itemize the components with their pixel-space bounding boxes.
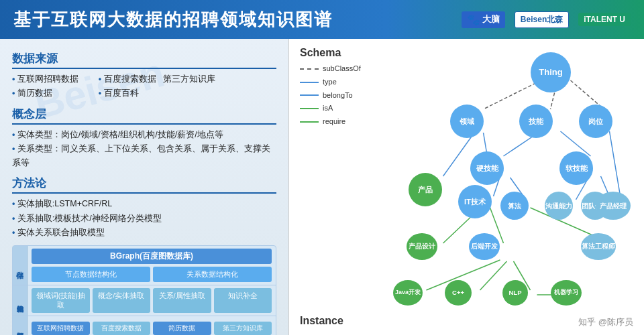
storage-label: 存储	[13, 246, 28, 285]
right-panel: Schema Instance subClassOf type belongTo	[288, 39, 644, 335]
legend: subClassOf type belongTo isA require	[300, 62, 361, 129]
data-source-item-4: 百度百科	[99, 86, 215, 100]
data-source-col2: 百度搜索数据 第三方知识库 百度百科	[99, 72, 215, 101]
data-source-item-1: 互联网招聘数据	[12, 72, 78, 86]
method-item-3: 实体关系联合抽取模型	[12, 226, 276, 240]
header-title: 基于互联网大数据的招聘领域知识图谱	[13, 8, 462, 31]
section-data-source-title: 数据来源	[12, 51, 276, 69]
node-product-design: 产品设计	[407, 233, 437, 260]
data-source-item-2: 百度搜索数据 第三方知识库	[99, 72, 215, 86]
node-skill: 技能	[519, 105, 553, 138]
node-hard-skill: 硬技能	[470, 151, 504, 185]
k-concept: 概念/实体抽取	[93, 288, 151, 313]
instance-label: Instance	[300, 315, 343, 327]
baidu-paw-icon: 🐾	[467, 13, 480, 26]
legend-require-line	[300, 121, 319, 123]
node-soft-skill: 软技能	[559, 151, 593, 185]
node-product-mgr: 产品经理	[596, 192, 631, 220]
ds-box-3: 简历数据	[153, 322, 211, 335]
node-thing: Thing	[531, 52, 571, 92]
svg-line-16	[480, 261, 507, 290]
slide: 基于互联网大数据的招聘领域知识图谱 🐾 大脑 Beisen北森 iTALENT …	[0, 0, 644, 335]
k-relations: 关系数据结构化	[153, 267, 272, 282]
schema-label: Schema	[300, 47, 341, 59]
bgraph-bar: BGraph(百度图数据库)	[32, 249, 272, 264]
data-source-row: 数据源 互联网招聘数据 百度搜索数据 简历数据 第三方知识库	[13, 316, 276, 335]
legend-type-line	[300, 82, 319, 83]
node-java: Java开发	[393, 280, 423, 306]
method-list: 实体抽取:LSTM+CRF/RL 关系抽取:模板技术/神经网络分类模型 实体关系…	[12, 197, 276, 240]
header-logos: 🐾 大脑 Beisen北森 iTALENT U	[462, 11, 631, 28]
node-comm-ability: 沟通能力	[545, 192, 573, 220]
knowledge-struct-boxes: 领域词(技能)抽取 概念/实体抽取 关系/属性抽取 知识补全	[32, 288, 272, 313]
node-cpp: C++	[445, 280, 472, 306]
storage-bgraph-row: 存储 BGraph(百度图数据库) 节点数据结构化 关系数据结构化	[13, 246, 276, 285]
logo-beisen: Beisen北森	[515, 11, 569, 28]
knowledge-struct-label: 知识结构化	[13, 285, 28, 316]
ds-box-4: 第三方知识库	[214, 322, 272, 335]
left-panel: Beisen 数据来源 互联网招聘数据 简历数据 百度搜索数据 第三方知识库 百…	[0, 39, 288, 335]
ds-box-1: 互联网招聘数据	[32, 322, 90, 335]
section-concept-title: 概念层	[12, 107, 276, 125]
zhihu-watermark: 知乎 @陈序员	[578, 316, 633, 328]
main-content: Beisen 数据来源 互联网招聘数据 简历数据 百度搜索数据 第三方知识库 百…	[0, 39, 644, 335]
concept-list: 实体类型：岗位/领域/资格/组织机构/技能/薪资/地点等 关系类型：同义关系、上…	[12, 128, 276, 171]
knowledge-struct-content: 领域词(技能)抽取 概念/实体抽取 关系/属性抽取 知识补全	[28, 285, 276, 316]
k-nodes: 节点数据结构化	[32, 267, 150, 282]
legend-isa-label: isA	[323, 102, 333, 115]
legend-belongto: belongTo	[300, 89, 361, 103]
data-source-boxes: 互联网招聘数据 百度搜索数据 简历数据 第三方知识库	[32, 322, 272, 335]
legend-subclassof: subClassOf	[300, 62, 361, 76]
concept-entities: 实体类型：岗位/领域/资格/组织机构/技能/薪资/地点等	[12, 128, 276, 142]
node-product: 产品	[409, 173, 442, 206]
legend-isa: isA	[300, 102, 361, 115]
node-nlp: NLP	[502, 280, 528, 306]
ds-box-2: 百度搜索数据	[93, 322, 151, 335]
storage-content: BGraph(百度图数据库) 节点数据结构化 关系数据结构化	[28, 246, 276, 285]
node-backend-dev: 后端开发	[469, 233, 500, 260]
data-source-content: 互联网招聘数据 百度搜索数据 简历数据 第三方知识库	[28, 316, 276, 335]
data-source-list: 互联网招聘数据 简历数据 百度搜索数据 第三方知识库 百度百科	[12, 72, 276, 101]
data-source-item-3: 简历数据	[12, 86, 78, 100]
k-rel: 关系/属性抽取	[153, 288, 211, 313]
legend-belongto-line	[300, 94, 319, 96]
node-algorithm: 算法	[500, 192, 529, 220]
node-it-tech: IT技术	[458, 185, 492, 218]
baidu-label: 大脑	[482, 13, 500, 25]
knowledge-row: 节点数据结构化 关系数据结构化	[32, 267, 272, 282]
k-supplement: 知识补全	[214, 288, 272, 313]
node-domain: 领域	[450, 105, 484, 138]
header: 基于互联网大数据的招聘领域知识图谱 🐾 大脑 Beisen北森 iTALENT …	[0, 0, 644, 39]
legend-isa-line	[300, 108, 319, 109]
data-source-label: 数据源	[13, 316, 28, 335]
node-algorithm-eng: 算法工程师	[581, 233, 616, 260]
node-ml: 机器学习	[551, 280, 582, 306]
legend-type-label: type	[323, 76, 337, 89]
italent-label: iTALENT U	[584, 15, 625, 24]
k-domain: 领域词(技能)抽取	[32, 288, 90, 313]
legend-require: require	[300, 115, 361, 129]
storage-section: 存储 BGraph(百度图数据库) 节点数据结构化 关系数据结构化 知识结构化	[12, 245, 276, 335]
svg-line-11	[610, 131, 621, 200]
logo-baidu: 🐾 大脑	[462, 11, 505, 28]
beisen-label: Beisen北森	[521, 15, 563, 24]
legend-subclassof-line	[300, 68, 319, 70]
legend-subclassof-label: subClassOf	[323, 62, 361, 76]
logo-italent: iTALENT U	[578, 13, 631, 26]
legend-require-label: require	[323, 115, 345, 129]
section-method-title: 方法论	[12, 176, 276, 194]
legend-belongto-label: belongTo	[323, 89, 353, 103]
legend-type: type	[300, 76, 361, 89]
concept-relations: 关系类型：同义关系、上下位关系、包含关系、属于关系、支撑关系等	[12, 142, 276, 171]
knowledge-struct-row: 知识结构化 领域词(技能)抽取 概念/实体抽取 关系/属性抽取 知识补全	[13, 285, 276, 316]
data-source-col1: 互联网招聘数据 简历数据	[12, 72, 78, 101]
node-position: 岗位	[579, 105, 612, 138]
method-item-2: 关系抽取:模板技术/神经网络分类模型	[12, 212, 276, 226]
method-item-1: 实体抽取:LSTM+CRF/RL	[12, 197, 276, 211]
